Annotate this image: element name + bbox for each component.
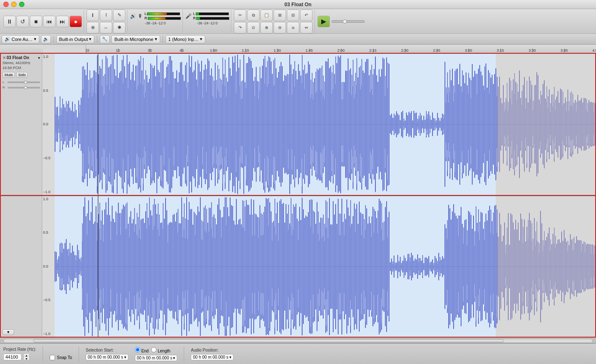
zoom-tool[interactable]: ⊕ <box>87 22 99 34</box>
sel-start-input[interactable]: 00 h 00 m 00.000 s ▾ <box>86 354 128 360</box>
rate-down[interactable]: ▼ <box>24 357 29 360</box>
tracks-area: ✕ 03 Float On ▾ Stereo, 44100Hz 16-bit P… <box>0 53 596 338</box>
selection-start-section: Selection Start: 00 h 00 m 00.000 s ▾ <box>86 348 128 360</box>
track-format-1: Stereo, 44100Hz 16-bit PCM <box>2 61 40 70</box>
end-radio[interactable] <box>135 347 140 352</box>
horizontal-scrollbar[interactable] <box>0 338 596 343</box>
y-label-1-top: 1.0 <box>42 55 55 59</box>
end-radio-label[interactable]: End <box>135 347 149 353</box>
skip-back-button[interactable]: ⏮ <box>43 16 55 27</box>
sync-button[interactable]: ⊙ <box>247 22 260 34</box>
y-label-2-bot: −1.0 <box>42 332 55 336</box>
volume-icon-btn[interactable]: 🔉 <box>41 35 51 43</box>
input-mic-icon: 🎤 <box>185 13 192 19</box>
track-header-1: ✕ 03 Float On ▾ Stereo, 44100Hz 16-bit P… <box>1 54 42 195</box>
track-1: ✕ 03 Float On ▾ Stereo, 44100Hz 16-bit P… <box>0 53 596 195</box>
input-select[interactable]: Built-in Microphone ▾ <box>111 35 160 43</box>
multi-tool[interactable]: ✱ <box>113 22 125 34</box>
tools-section: I ⌇ ✎ ⊕ ↔ ✱ <box>85 10 127 33</box>
minimize-button[interactable] <box>11 2 17 7</box>
audio-pos-dropdown[interactable]: ▾ <box>229 355 231 359</box>
scrollbar-thumb[interactable] <box>33 339 504 342</box>
timeshift-tool[interactable]: ↔ <box>100 22 112 34</box>
track-controls-1: Mute Solo <box>2 72 40 78</box>
ruler-label: 2:30 <box>401 48 409 53</box>
ruler-label: 1:30 <box>274 48 281 53</box>
length-radio[interactable] <box>151 347 156 352</box>
select-tool[interactable]: I <box>87 10 99 21</box>
snap-checkbox[interactable] <box>50 355 55 360</box>
edit-section: ✂ ⧉ 📋 ⊞ ⊟ ↶ ↷ ⊙ ⊕ ⊖ ⧇ ⇔ <box>232 10 315 33</box>
paste-button[interactable]: 📋 <box>260 10 273 21</box>
channel-select[interactable]: 1 (Mono) Inp… ▾ <box>166 35 205 43</box>
project-rate-spinner[interactable]: ▲ ▼ <box>23 353 30 361</box>
zoom-out-button[interactable]: ⊖ <box>274 22 286 34</box>
y-label-1-half: 0.5 <box>42 89 55 93</box>
end-length-section: End Length 00 h 00 m 00.000 s ▾ <box>135 347 178 361</box>
length-radio-label[interactable]: Length <box>151 347 170 353</box>
ruler-label: 3:00 <box>465 48 472 53</box>
audio-pos-input[interactable]: 00 h 00 m 00.000 s ▾ <box>191 354 233 360</box>
transport-section: ⏸ ↺ ■ ⏮ ⏭ ● <box>2 10 84 33</box>
ruler-label: 15 <box>116 48 120 53</box>
y-label-1-zero: 0.0 <box>42 122 55 126</box>
pan-knob-1[interactable] <box>24 86 27 89</box>
draw-tool[interactable]: ✎ <box>113 10 125 21</box>
play-button[interactable]: ▶ <box>317 16 330 27</box>
zoom-sel-button[interactable]: ⧇ <box>287 22 299 34</box>
rewind-button[interactable]: ↺ <box>17 16 29 27</box>
end-length-radios: End Length <box>135 347 178 353</box>
audio-host-select[interactable]: 🔊 Core Au… ▾ <box>2 35 39 43</box>
ruler-label: 1:45 <box>305 48 313 53</box>
silence-button[interactable]: ⊟ <box>287 10 299 21</box>
maximize-button[interactable] <box>19 2 24 7</box>
envelope-tool[interactable]: ⌇ <box>100 10 112 21</box>
cut-button[interactable]: ✂ <box>234 10 246 21</box>
pause-button[interactable]: ⏸ <box>3 16 16 27</box>
ruler-label: 3:15 <box>497 48 504 53</box>
project-rate-input[interactable]: 44100 <box>3 354 22 360</box>
output-select[interactable]: Built-in Output ▾ <box>56 35 95 43</box>
volume-label: L <box>144 12 147 16</box>
track-dropdown-1[interactable]: ▾ <box>38 56 40 60</box>
speaker-icon: 🔊 <box>130 13 136 19</box>
sep-1 <box>43 347 43 362</box>
end-dropdown[interactable]: ▾ <box>173 356 175 360</box>
channel-chevron: ▾ <box>200 36 202 42</box>
snap-label[interactable]: Snap To <box>57 355 72 360</box>
timeline-ruler: -:151530451:001:151:301:452:002:152:302:… <box>0 45 596 53</box>
track-2: ▼ 1.0 0.5 0.0 −0.5 −1.0 <box>0 195 596 338</box>
trim-button[interactable]: ⊞ <box>274 10 286 21</box>
fit-button[interactable]: ⇔ <box>300 22 312 34</box>
sel-start-dropdown[interactable]: ▾ <box>124 355 126 359</box>
waveform-canvas-2 <box>42 196 595 337</box>
record-button[interactable]: ● <box>70 16 82 27</box>
speed-slider-thumb[interactable] <box>343 19 347 24</box>
ruler-label: 45 <box>180 48 184 53</box>
stop-button[interactable]: ■ <box>30 16 42 27</box>
sep2 <box>97 36 97 43</box>
copy-button[interactable]: ⧉ <box>247 10 260 21</box>
end-input[interactable]: 00 h 00 m 00.000 s ▾ <box>135 355 178 361</box>
close-button[interactable] <box>3 2 9 7</box>
solo-button-1[interactable]: Solo <box>16 72 28 78</box>
redo-button[interactable]: ↷ <box>234 22 246 34</box>
statusbar: Project Rate (Hz): 44100 ▲ ▼ Snap To Sel… <box>0 343 596 364</box>
gain-label-1: L <box>2 80 6 84</box>
play-speed-section: ▶ <box>316 10 366 33</box>
waveform-canvas-1 <box>42 54 595 195</box>
track-close-1[interactable]: ✕ <box>2 55 6 60</box>
mic-icon-btn[interactable]: 🔧 <box>100 35 110 43</box>
gain-knob-1[interactable] <box>24 81 27 84</box>
project-rate-section: Project Rate (Hz): 44100 ▲ ▼ <box>3 347 36 361</box>
mic-icon: 🎙 <box>138 13 143 19</box>
ruler-label: 1:00 <box>210 48 217 53</box>
undo-button[interactable]: ↶ <box>300 10 312 21</box>
input-l-label: L <box>193 12 195 16</box>
mute-button-1[interactable]: Mute <box>2 72 15 78</box>
input-r-label: R <box>193 16 196 20</box>
zoom-in-button[interactable]: ⊕ <box>260 22 273 34</box>
skip-fwd-button[interactable]: ⏭ <box>56 16 69 27</box>
rate-up[interactable]: ▲ <box>24 354 29 357</box>
scroll-button-2[interactable]: ▼ <box>2 329 14 335</box>
